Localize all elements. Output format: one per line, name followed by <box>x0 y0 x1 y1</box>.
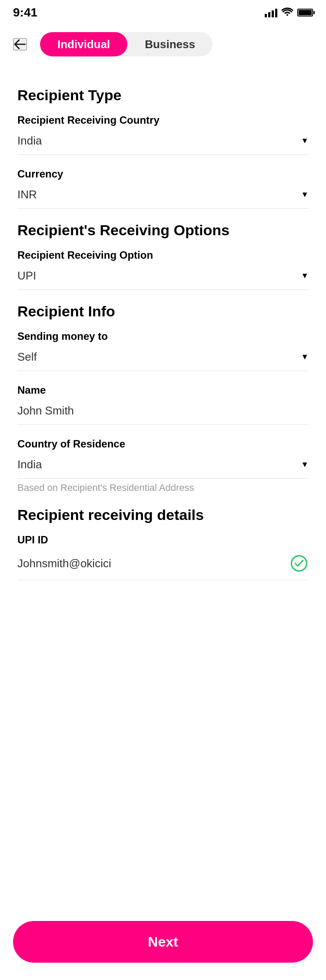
name-value-row: John Smith <box>17 400 309 424</box>
status-icons <box>265 7 313 18</box>
currency-value: INR <box>17 188 37 201</box>
country-of-residence-dropdown[interactable]: India ▼ <box>17 454 309 479</box>
receiving-option-field: Recipient Receiving Option UPI ▼ <box>17 249 309 290</box>
recipient-country-dropdown[interactable]: India ▼ <box>17 130 309 155</box>
country-of-residence-arrow-icon: ▼ <box>301 460 309 469</box>
currency-arrow-icon: ▼ <box>301 190 309 199</box>
recipient-country-value: India <box>17 134 42 148</box>
upi-verified-icon <box>289 554 309 573</box>
battery-icon <box>297 9 313 16</box>
country-of-residence-value: India <box>17 458 42 471</box>
sending-money-to-value: Self <box>17 350 37 364</box>
currency-label: Currency <box>17 168 309 180</box>
country-of-residence-label: Country of Residence <box>17 438 309 450</box>
tab-individual[interactable]: Individual <box>40 32 127 56</box>
receiving-option-label: Recipient Receiving Option <box>17 249 309 261</box>
receiving-option-value: UPI <box>17 269 36 283</box>
recipient-country-label: Recipient Receiving Country <box>17 114 309 126</box>
recipient-country-field: Recipient Receiving Country India ▼ <box>17 114 309 155</box>
name-field: Name John Smith <box>17 384 309 425</box>
next-button[interactable]: Next <box>13 921 313 963</box>
name-label: Name <box>17 384 309 396</box>
status-bar: 9:41 <box>0 0 326 23</box>
receiving-option-arrow-icon: ▼ <box>301 271 309 280</box>
currency-dropdown[interactable]: INR ▼ <box>17 184 309 209</box>
status-time: 9:41 <box>13 6 37 20</box>
receiving-details-header: Recipient receiving details <box>17 506 309 523</box>
upi-id-field: UPI ID Johnsmith@okicici <box>17 534 309 580</box>
wifi-icon <box>282 7 293 18</box>
country-of-residence-hint: Based on Recipient's Residential Address <box>17 482 309 493</box>
upi-id-value: Johnsmith@okicici <box>17 557 111 570</box>
tab-group: Individual Business <box>40 32 213 56</box>
sending-money-to-label: Sending money to <box>17 330 309 342</box>
header-nav: Individual Business <box>0 23 326 65</box>
signal-icon <box>265 8 277 17</box>
sending-money-to-arrow-icon: ▼ <box>301 352 309 362</box>
country-of-residence-field: Country of Residence India ▼ Based on Re… <box>17 438 309 493</box>
main-content: Recipient Type Recipient Receiving Count… <box>0 65 326 645</box>
recipient-info-header: Recipient Info <box>17 303 309 320</box>
sending-money-to-dropdown[interactable]: Self ▼ <box>17 346 309 371</box>
receiving-options-header: Recipient's Receiving Options <box>17 222 309 239</box>
recipient-type-header: Recipient Type <box>17 87 309 104</box>
recipient-country-arrow-icon: ▼ <box>301 136 309 145</box>
upi-id-row: Johnsmith@okicici <box>17 549 309 580</box>
next-button-container: Next <box>0 912 326 980</box>
back-button[interactable] <box>13 38 27 50</box>
tab-business[interactable]: Business <box>127 32 213 56</box>
currency-field: Currency INR ▼ <box>17 168 309 209</box>
name-value: John Smith <box>17 404 74 418</box>
receiving-option-dropdown[interactable]: UPI ▼ <box>17 265 309 290</box>
upi-id-label: UPI ID <box>17 534 309 546</box>
sending-money-to-field: Sending money to Self ▼ <box>17 330 309 371</box>
